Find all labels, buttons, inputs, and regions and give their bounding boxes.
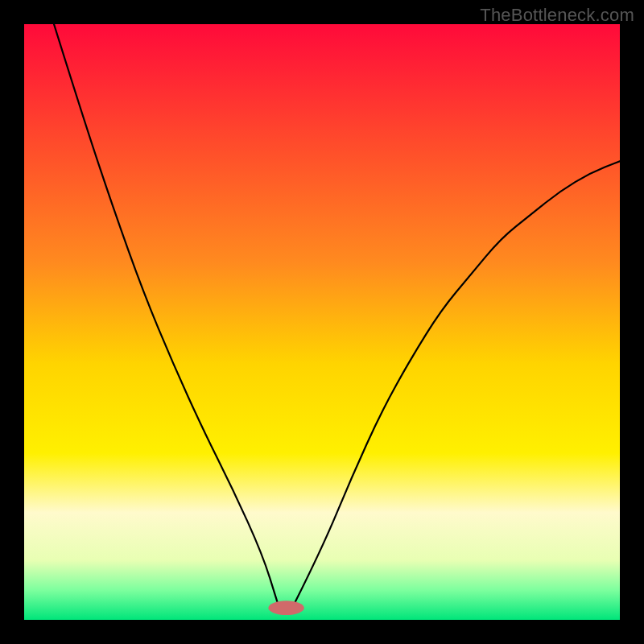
watermark-text: TheBottleneck.com [480, 5, 634, 26]
plot-area [24, 24, 620, 620]
chart-svg [24, 24, 620, 620]
gradient-background [24, 24, 620, 620]
chart-frame: TheBottleneck.com [0, 0, 644, 644]
bottleneck-marker [268, 601, 303, 615]
bottleneck-pill [268, 601, 303, 615]
